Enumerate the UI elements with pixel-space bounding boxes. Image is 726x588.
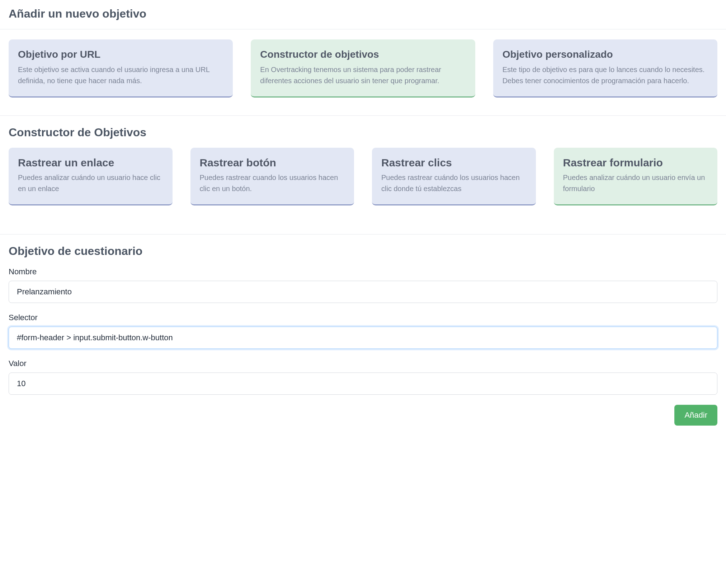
card-title: Objetivo por URL <box>18 48 223 61</box>
card-track-link[interactable]: Rastrear un enlace Puedes analizar cuánd… <box>9 148 173 205</box>
form-group-selector: Selector <box>7 313 719 349</box>
card-objective-custom[interactable]: Objetivo personalizado Este tipo de obje… <box>493 39 717 98</box>
form-group-name: Nombre <box>7 267 719 303</box>
value-label: Valor <box>9 359 717 368</box>
constructor-option-cards: Rastrear un enlace Puedes analizar cuánd… <box>7 148 719 205</box>
divider <box>0 115 726 116</box>
value-input[interactable] <box>9 373 717 395</box>
name-label: Nombre <box>9 267 717 276</box>
add-button[interactable]: Añadir <box>674 405 717 426</box>
card-description: Este tipo de objetivo es para que lo lan… <box>503 64 708 86</box>
card-description: Puedes analizar cuándo un usuario hace c… <box>18 172 163 194</box>
card-objective-constructor[interactable]: Constructor de objetivos En Overtracking… <box>251 39 475 98</box>
card-title: Rastrear formulario <box>563 156 708 169</box>
card-title: Rastrear clics <box>381 156 527 169</box>
card-title: Rastrear un enlace <box>18 156 163 169</box>
objective-type-cards: Objetivo por URL Este objetivo se activa… <box>7 39 719 98</box>
form-group-value: Valor <box>7 359 719 395</box>
card-track-form[interactable]: Rastrear formulario Puedes analizar cuán… <box>554 148 718 205</box>
form-title: Objetivo de cuestionario <box>7 245 719 258</box>
page-title: Añadir un nuevo objetivo <box>7 7 719 20</box>
card-description: Puedes analizar cuándo un usuario envía … <box>563 172 708 194</box>
card-track-clicks[interactable]: Rastrear clics Puedes rastrear cuándo lo… <box>372 148 536 205</box>
card-description: Puedes rastrear cuándo los usuarios hace… <box>381 172 527 194</box>
button-row: Añadir <box>7 405 719 426</box>
divider <box>0 234 726 234</box>
card-objective-url[interactable]: Objetivo por URL Este objetivo se activa… <box>9 39 233 98</box>
constructor-title: Constructor de Objetivos <box>7 126 719 139</box>
card-title: Constructor de objetivos <box>260 48 466 61</box>
selector-input[interactable] <box>9 327 717 349</box>
card-title: Rastrear botón <box>200 156 345 169</box>
card-title: Objetivo personalizado <box>503 48 708 61</box>
card-description: Este objetivo se activa cuando el usuari… <box>18 64 223 86</box>
selector-label: Selector <box>9 313 717 322</box>
card-description: Puedes rastrear cuando los usuarios hace… <box>200 172 345 194</box>
divider <box>0 29 726 29</box>
card-description: En Overtracking tenemos un sistema para … <box>260 64 466 86</box>
name-input[interactable] <box>9 281 717 303</box>
card-track-button[interactable]: Rastrear botón Puedes rastrear cuando lo… <box>190 148 354 205</box>
